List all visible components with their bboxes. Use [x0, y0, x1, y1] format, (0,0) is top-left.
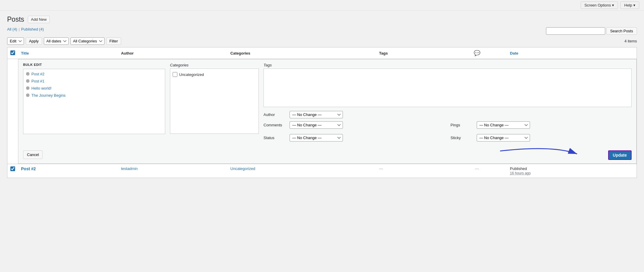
list-item[interactable]: ⊗ Post #1: [23, 77, 165, 85]
post-category-cell: Uncategorized: [227, 164, 376, 178]
add-new-button[interactable]: Add New: [28, 16, 50, 23]
sticky-label: Sticky: [451, 136, 474, 140]
title-col-header[interactable]: Title: [18, 47, 118, 59]
remove-icon: ⊗: [26, 79, 30, 83]
post-date-status: Published: [510, 166, 527, 171]
items-count: 4 items: [624, 39, 637, 43]
screen-options-button[interactable]: Screen Options ▾: [581, 1, 618, 9]
pings-field-row: Pings — No Change —: [451, 121, 632, 129]
subsubsub: All (4) | Published (4): [7, 27, 44, 31]
screen-options-chevron: ▾: [612, 3, 614, 7]
uncategorized-checkbox[interactable]: [173, 72, 177, 77]
author-field-row: Author — No Change —: [264, 111, 632, 118]
list-item[interactable]: ⊗ Post #2: [23, 70, 165, 77]
pings-label: Pings: [451, 123, 474, 127]
header-row: All (4) | Published (4) Search Posts: [7, 27, 637, 35]
post-date-relative: 16 hours ago: [510, 171, 531, 175]
bulk-action-select[interactable]: Edit: [7, 37, 24, 45]
separator: |: [19, 27, 20, 31]
all-link[interactable]: All (4): [7, 27, 17, 31]
help-button[interactable]: Help ▾: [620, 1, 639, 9]
top-bar: Screen Options ▾ Help ▾: [0, 0, 644, 11]
filter-button[interactable]: Filter: [106, 37, 121, 45]
categories-label: Categories: [170, 63, 259, 67]
bulk-edit-checkbox-cell: [7, 59, 18, 164]
bulk-edit-row: BULK EDIT ⊗ Post #2 ⊗ Post #1: [7, 59, 637, 164]
row-checkbox-cell: [7, 164, 18, 178]
posts-list-box[interactable]: ⊗ Post #2 ⊗ Post #1 ⊗ He: [23, 69, 165, 134]
comments-value: —: [475, 166, 479, 171]
published-link[interactable]: Published (4): [21, 27, 44, 31]
search-posts-button[interactable]: Search Posts: [606, 27, 637, 35]
row-checkbox[interactable]: [10, 166, 15, 171]
categories-col-header: Categories: [227, 47, 376, 59]
comments-icon: 💬: [474, 50, 480, 56]
sticky-select[interactable]: — No Change —: [477, 134, 530, 141]
remove-icon: ⊗: [26, 86, 30, 90]
post-date-cell: Published 16 hours ago: [507, 164, 637, 178]
update-button[interactable]: Update: [608, 150, 632, 160]
comments-col-header: 💬: [447, 47, 507, 59]
comments-select[interactable]: — No Change —: [290, 121, 343, 129]
list-item[interactable]: ⊗ Hello world!: [23, 85, 165, 92]
remove-icon: ⊗: [26, 93, 30, 98]
post-author-cell: testadmin: [118, 164, 227, 178]
screen-options-label: Screen Options: [584, 3, 611, 7]
status-field-row: Status — No Change —: [264, 134, 445, 141]
cancel-button[interactable]: Cancel: [23, 150, 43, 159]
post-title-link[interactable]: Post #2: [21, 166, 36, 171]
category-link[interactable]: Uncategorized: [230, 166, 255, 171]
search-box-area: Search Posts: [546, 27, 637, 35]
dates-select[interactable]: All dates: [44, 37, 69, 45]
sticky-field-row: Sticky — No Change —: [451, 134, 632, 141]
page-title: Posts: [7, 15, 24, 23]
post-tags-cell: —: [376, 164, 447, 178]
author-link[interactable]: testadmin: [121, 166, 138, 171]
cat-item: Uncategorized: [173, 71, 256, 78]
uncategorized-label: Uncategorized: [179, 72, 204, 77]
bulk-edit-posts-col: BULK EDIT ⊗ Post #2 ⊗ Post #1: [23, 63, 165, 144]
bulk-edit-actions: Cancel: [18, 148, 636, 163]
pings-select[interactable]: — No Change —: [477, 121, 530, 129]
table-row: Post #2 testadmin Uncategorized — — Publ…: [7, 164, 637, 178]
author-col-header: Author: [118, 47, 227, 59]
status-label: Status: [264, 136, 287, 140]
posts-table: Title Author Categories Tags 💬 Date: [7, 47, 637, 178]
tags-col-header: Tags: [376, 47, 447, 59]
select-all-checkbox[interactable]: [10, 50, 15, 55]
bulk-edit-cats-col: Categories Uncategorized: [170, 63, 259, 144]
date-col-header[interactable]: Date: [507, 47, 637, 59]
comments-field-row: Comments — No Change —: [264, 121, 445, 129]
tags-label: Tags: [264, 63, 632, 67]
categories-select[interactable]: All Categories: [70, 37, 105, 45]
tags-value: —: [379, 166, 383, 171]
tablenav-left: Edit Apply All dates All Categories Filt…: [7, 37, 121, 45]
tablenav: Edit Apply All dates All Categories Filt…: [7, 37, 637, 45]
author-select[interactable]: — No Change —: [290, 111, 343, 118]
two-col-fields: Comments — No Change — Pings: [264, 121, 632, 144]
bulk-edit-actions-wrapper: Cancel: [18, 148, 636, 163]
bulk-edit-label: BULK EDIT: [23, 63, 165, 66]
help-chevron: ▾: [633, 3, 635, 7]
post-comments-cell: —: [447, 164, 507, 178]
status-select[interactable]: — No Change —: [290, 134, 343, 141]
post-title-cell: Post #2: [18, 164, 118, 178]
bulk-edit-fields-col: Tags Author — No Change —: [264, 63, 632, 144]
bulk-edit-cell: BULK EDIT ⊗ Post #2 ⊗ Post #1: [18, 59, 637, 164]
fields-area: Author — No Change — Comments: [264, 111, 632, 144]
categories-box[interactable]: Uncategorized: [170, 69, 259, 134]
remove-icon: ⊗: [26, 71, 30, 76]
bulk-edit-area: BULK EDIT ⊗ Post #2 ⊗ Post #1: [18, 59, 637, 164]
author-label: Author: [264, 112, 287, 117]
comments-label: Comments: [264, 123, 287, 127]
select-all-th: [7, 47, 18, 59]
page-header: Posts Add New: [7, 15, 637, 23]
table-header-row: Title Author Categories Tags 💬 Date: [7, 47, 637, 59]
apply-button[interactable]: Apply: [26, 37, 42, 45]
search-input[interactable]: [546, 27, 605, 35]
bulk-edit-inner: BULK EDIT ⊗ Post #2 ⊗ Post #1: [18, 59, 636, 148]
help-label: Help: [624, 3, 632, 7]
list-item[interactable]: ⊗ The Journey Begins: [23, 92, 165, 99]
page-wrapper: Posts Add New All (4) | Published (4) Se…: [0, 11, 644, 272]
tags-textarea[interactable]: [264, 69, 632, 107]
